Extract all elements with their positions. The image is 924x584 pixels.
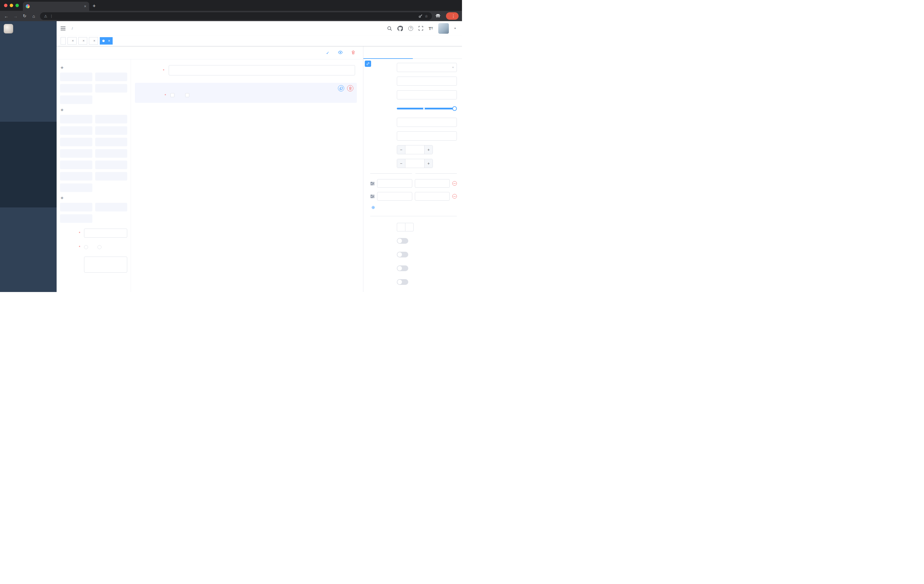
clear-button[interactable] xyxy=(351,50,357,55)
window-minimize-button[interactable] xyxy=(10,4,13,7)
password-key-icon[interactable] xyxy=(419,14,422,18)
link-icon[interactable] xyxy=(365,61,371,67)
github-icon[interactable] xyxy=(398,26,403,31)
sidebar-item-workflow[interactable] xyxy=(0,107,57,122)
min-stepper-value[interactable] xyxy=(405,145,424,154)
sidebar-item-user-group[interactable] xyxy=(0,150,57,165)
form-name-input[interactable] xyxy=(84,229,127,238)
route-tab-process-form[interactable]: × xyxy=(89,37,98,44)
tab-close-icon[interactable]: × xyxy=(82,39,85,43)
palette-item-date-picker[interactable] xyxy=(60,161,92,169)
canvas-field-gender-selected[interactable] xyxy=(135,83,357,103)
slider-handle[interactable] xyxy=(452,106,457,111)
remove-option-icon[interactable] xyxy=(452,181,457,186)
palette-item-switch[interactable] xyxy=(60,138,92,146)
palette-item-counter[interactable] xyxy=(95,84,127,92)
drag-handle-icon[interactable] xyxy=(370,194,375,198)
status-radio-off[interactable] xyxy=(97,245,104,249)
tab-close-icon[interactable]: × xyxy=(84,4,86,8)
style-button-button[interactable] xyxy=(405,223,414,232)
default-value-input[interactable] xyxy=(397,132,457,141)
gender-option-1[interactable] xyxy=(170,93,177,97)
sidebar-item-devtools[interactable] xyxy=(0,93,57,107)
label-width-input[interactable] xyxy=(397,118,457,127)
address-bar[interactable]: ⚠ | ☆ xyxy=(40,12,432,20)
remove-option-icon[interactable] xyxy=(452,194,457,199)
component-type-select[interactable]: ▾ xyxy=(397,63,457,72)
palette-item-time-picker[interactable] xyxy=(60,149,92,158)
sidebar-item-infra[interactable] xyxy=(0,79,57,93)
option-value-input[interactable] xyxy=(415,192,450,201)
tab-close-icon[interactable]: × xyxy=(93,39,96,43)
palette-item-checkbox-group[interactable] xyxy=(95,126,127,135)
option-label-input[interactable] xyxy=(377,192,412,201)
phone-input[interactable] xyxy=(169,65,355,76)
max-stepper-value[interactable] xyxy=(405,159,424,168)
tab-close-icon[interactable]: × xyxy=(108,39,111,43)
plus-button[interactable]: + xyxy=(424,145,432,154)
form-remark-textarea[interactable] xyxy=(84,257,127,273)
disabled-toggle[interactable] xyxy=(397,265,408,271)
browser-update-button[interactable]: ⋮ xyxy=(446,12,459,20)
palette-item-editor[interactable] xyxy=(60,95,92,104)
browser-tab[interactable]: × xyxy=(23,2,89,11)
palette-item-time-range[interactable] xyxy=(95,149,127,158)
palette-item-row-container[interactable] xyxy=(60,203,92,211)
border-toggle[interactable] xyxy=(397,252,408,257)
tab-form-props[interactable] xyxy=(413,46,462,59)
minus-button[interactable]: − xyxy=(397,145,405,154)
status-radio-on[interactable] xyxy=(84,245,90,249)
field-name-input[interactable] xyxy=(397,77,457,86)
palette-item-table[interactable] xyxy=(60,214,92,223)
window-zoom-button[interactable] xyxy=(15,4,19,7)
sidebar-item-leave-query[interactable] xyxy=(0,193,57,207)
bookmark-star-icon[interactable]: ☆ xyxy=(425,14,428,18)
help-icon[interactable]: ? xyxy=(408,26,413,31)
sidebar-item-payment[interactable] xyxy=(0,64,57,79)
sidebar-collapse-icon[interactable] xyxy=(61,26,66,31)
route-tab-process-form-edit[interactable]: × xyxy=(100,37,113,44)
palette-item-slider[interactable] xyxy=(95,138,127,146)
user-avatar[interactable] xyxy=(438,23,449,34)
palette-item-upload[interactable] xyxy=(60,183,92,192)
back-icon[interactable]: ← xyxy=(3,14,9,18)
palette-item-password[interactable] xyxy=(60,84,92,92)
option-value-input[interactable] xyxy=(415,179,450,188)
sidebar-item-process-form[interactable] xyxy=(0,136,57,150)
palette-item-single-text[interactable] xyxy=(60,72,92,81)
palette-item-multi-text[interactable] xyxy=(95,72,127,81)
gender-option-2[interactable] xyxy=(185,93,191,97)
palette-item-radio-group[interactable] xyxy=(60,126,92,135)
add-option-button[interactable]: ⊕ xyxy=(371,205,457,210)
palette-item-select[interactable] xyxy=(60,115,92,123)
tab-component-props[interactable] xyxy=(363,46,413,59)
fullscreen-icon[interactable] xyxy=(419,26,423,31)
font-size-icon[interactable]: TT xyxy=(429,26,433,31)
slider-track[interactable] xyxy=(397,108,455,109)
plus-button[interactable]: + xyxy=(424,159,432,168)
security-warning[interactable]: ⚠ xyxy=(44,14,49,18)
palette-item-color-picker[interactable] xyxy=(95,172,127,181)
palette-item-button[interactable] xyxy=(95,203,127,211)
show-label-toggle[interactable] xyxy=(397,238,408,244)
sidebar-logo[interactable] xyxy=(0,21,57,36)
palette-item-rate[interactable] xyxy=(60,172,92,181)
copy-field-button[interactable] xyxy=(338,85,344,91)
sidebar-item-task-mgmt[interactable] xyxy=(0,179,57,193)
title-input[interactable] xyxy=(397,90,457,99)
forward-icon[interactable]: → xyxy=(13,14,18,18)
new-tab-button[interactable]: + xyxy=(92,3,96,9)
save-button[interactable]: ✓ xyxy=(326,51,331,55)
option-label-input[interactable] xyxy=(377,179,412,188)
home-icon[interactable]: ⌂ xyxy=(31,14,36,18)
tab-close-icon[interactable]: × xyxy=(72,39,74,43)
drag-handle-icon[interactable] xyxy=(370,182,375,186)
route-tab-home[interactable] xyxy=(61,37,66,44)
refresh-icon[interactable]: ↻ xyxy=(22,13,28,18)
delete-field-button[interactable] xyxy=(347,85,353,91)
sidebar-item-process-mgmt[interactable] xyxy=(0,122,57,136)
browser-menu-icon[interactable]: ⋮ xyxy=(451,14,455,18)
search-icon[interactable] xyxy=(387,26,392,31)
route-tab-process-def[interactable]: × xyxy=(68,37,77,44)
palette-item-cascader[interactable] xyxy=(95,115,127,123)
